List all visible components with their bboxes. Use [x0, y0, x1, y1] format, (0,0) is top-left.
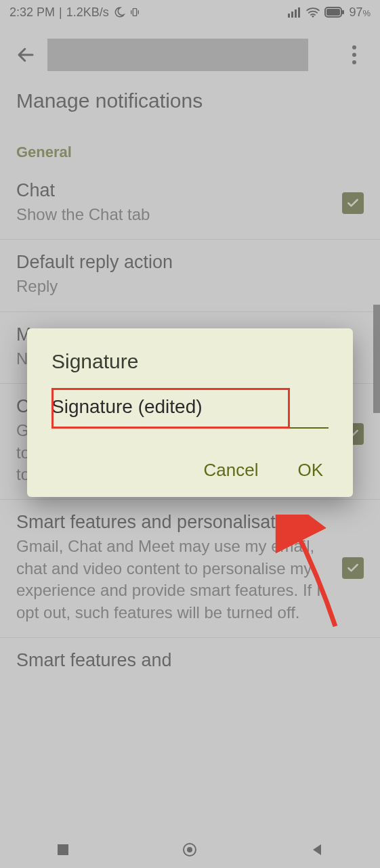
svg-point-5: [312, 16, 314, 18]
app-bar: [0, 24, 380, 85]
svg-rect-7: [326, 9, 340, 16]
setting-subtitle: Show the Chat tab: [16, 204, 329, 225]
back-button[interactable]: [12, 41, 39, 68]
checkbox-checked-icon[interactable]: [342, 557, 364, 579]
setting-title: Smart features and personalisation: [16, 512, 329, 533]
status-bar: 2:32 PM | 1.2KB/s 97%: [0, 0, 380, 24]
more-vert-icon: [352, 45, 356, 49]
svg-rect-2: [291, 12, 293, 18]
checkbox-checked-icon[interactable]: [342, 192, 364, 214]
wifi-icon: [305, 7, 320, 18]
signal-icon: [288, 7, 301, 18]
svg-rect-9: [58, 844, 68, 855]
svg-rect-0: [133, 9, 136, 16]
battery-percent: 97%: [349, 5, 371, 20]
setting-title: Default reply action: [16, 252, 364, 273]
setting-chat[interactable]: Chat Show the Chat tab: [0, 168, 380, 240]
status-time: 2:32 PM: [9, 5, 55, 20]
ok-button[interactable]: OK: [297, 460, 323, 481]
setting-title: Smart features and: [16, 650, 364, 671]
system-nav-bar: [0, 834, 380, 868]
more-options-button[interactable]: [341, 41, 368, 68]
nav-home-button[interactable]: [182, 842, 198, 861]
svg-rect-3: [295, 9, 297, 18]
setting-subtitle: Gmail, Chat and Meet may use my email, c…: [16, 536, 329, 624]
arrow-back-icon: [16, 45, 36, 65]
setting-subtitle: Reply: [16, 276, 364, 297]
status-net-speed: 1.2KB/s: [66, 5, 109, 20]
scrollbar-thumb[interactable]: [373, 305, 380, 413]
vibrate-icon: [129, 7, 140, 18]
battery-icon: [324, 7, 345, 18]
dialog-title: Signature: [27, 350, 353, 389]
setting-smart-features-2[interactable]: Smart features and: [0, 638, 380, 685]
nav-back-button[interactable]: [310, 843, 324, 859]
status-divider: |: [59, 5, 62, 20]
redacted-title: [47, 39, 308, 71]
cancel-button[interactable]: Cancel: [203, 460, 258, 481]
section-general: General: [0, 125, 380, 168]
signature-input[interactable]: [51, 389, 329, 429]
signature-dialog: Signature Cancel OK: [27, 328, 353, 497]
nav-recent-button[interactable]: [56, 843, 70, 859]
svg-rect-8: [342, 10, 344, 14]
setting-title: Chat: [16, 180, 329, 201]
dnd-moon-icon: [113, 6, 125, 18]
setting-default-reply[interactable]: Default reply action Reply: [0, 240, 380, 311]
svg-rect-4: [298, 7, 300, 18]
svg-point-11: [187, 847, 192, 852]
svg-rect-1: [288, 14, 290, 18]
setting-smart-features[interactable]: Smart features and personalisation Gmail…: [0, 500, 380, 638]
truncated-heading: Manage notifications: [0, 85, 380, 125]
